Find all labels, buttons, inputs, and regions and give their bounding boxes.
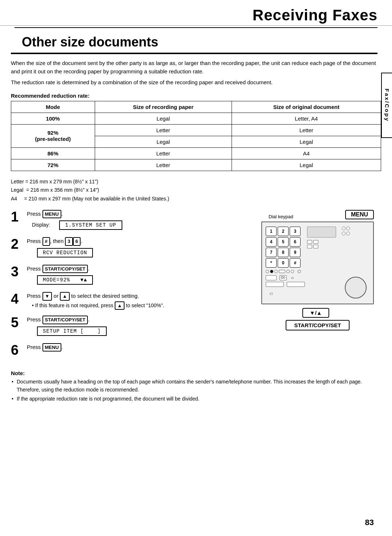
step-1-content: Press MENU. Display: 1.SYSTEM SET UP — [27, 210, 247, 232]
dot-wide — [279, 270, 285, 273]
step-2-num: 2 — [11, 237, 27, 251]
key-star[interactable]: * — [266, 258, 277, 268]
dot-filled — [270, 270, 273, 273]
step-3-display: MODE=92% ▼▲ — [37, 275, 93, 285]
key-0[interactable]: 0 — [278, 258, 289, 268]
dim-note-letter: Letter = 216 mm x 279 mm (8½" x 11") — [11, 178, 377, 186]
step-2-text: Press #, then 36. — [27, 237, 247, 246]
reduction-label: Recommended reduction rate: — [0, 90, 392, 101]
dot-row — [266, 270, 294, 273]
right-panel — [307, 227, 336, 268]
steps-left: 1 Press MENU. Display: 1.SYSTEM SET UP 2 — [11, 210, 254, 363]
table-row: 72% Letter Legal — [11, 159, 381, 171]
step-6: 6 Press MENU. — [11, 343, 247, 357]
small-btn[interactable] — [307, 240, 312, 244]
header: Receiving Faxes — [0, 0, 392, 26]
dot — [291, 270, 294, 273]
key-5[interactable]: 5 — [278, 237, 289, 247]
step-5: 5 Press START/COPY/SET. SETUP ITEM [ ] — [11, 316, 247, 337]
keypad-row1: 1 2 3 4 5 6 7 8 9 * 0 # — [266, 227, 369, 268]
menu-key-6: MENU — [42, 343, 61, 352]
key-6-btn[interactable]: 6 — [290, 237, 301, 247]
step-3-num: 3 — [11, 265, 27, 279]
start-copy-set-key-3: START/COPY/SET — [42, 265, 88, 273]
key-4[interactable]: 4 — [266, 237, 277, 247]
menu-button: MENU — [345, 210, 374, 219]
dot — [286, 270, 290, 273]
key-8[interactable]: 8 — [278, 248, 289, 257]
page-title: Receiving Faxes — [253, 7, 377, 24]
key-hash[interactable]: # — [290, 258, 301, 268]
up-key: ▲ — [60, 292, 70, 301]
device-illustration: Dial keypad MENU 1 2 3 4 5 6 — [254, 210, 381, 363]
key-3-btn[interactable]: 3 — [290, 227, 301, 236]
step-4-num: 4 — [11, 292, 27, 306]
key-2[interactable]: 2 — [278, 227, 289, 236]
note-title: Note: — [11, 370, 377, 376]
steps-section: 1 Press MENU. Display: 1.SYSTEM SET UP 2 — [0, 203, 392, 363]
key-1[interactable]: 1 — [266, 227, 277, 236]
step-4-text: Press ▼ or ▲ to select the desired setti… — [27, 292, 247, 301]
device-box: 1 2 3 4 5 6 7 8 9 * 0 # — [261, 222, 374, 304]
single-dot — [298, 270, 301, 273]
step-2: 2 Press #, then 36. RCV REDUCTION — [11, 237, 247, 259]
round-btn[interactable] — [342, 227, 346, 230]
key-7[interactable]: 7 — [266, 248, 277, 257]
nav-section: ▼/▲ — [261, 308, 370, 318]
round-btn[interactable] — [342, 232, 346, 235]
round-btn[interactable] — [346, 227, 350, 230]
step-5-content: Press START/COPY/SET. SETUP ITEM [ ] — [27, 316, 247, 337]
body-para2: The reduction rate is determined by a co… — [0, 78, 392, 87]
arrow-indicator — [279, 275, 287, 280]
device-diagram: Dial keypad MENU 1 2 3 4 5 6 — [261, 210, 374, 330]
small-btn-row1 — [307, 240, 336, 244]
dimension-notes: Letter = 216 mm x 279 mm (8½" x 11") Leg… — [0, 175, 392, 203]
round-btn[interactable] — [346, 232, 350, 235]
step-6-num: 6 — [11, 343, 27, 357]
dot — [266, 270, 269, 273]
nav-button[interactable]: ▼/▲ — [302, 308, 329, 318]
page-number: 83 — [365, 518, 374, 527]
step-1-num: 1 — [11, 210, 27, 224]
small-btn[interactable] — [313, 240, 318, 244]
device-header: Dial keypad MENU — [261, 210, 374, 219]
small-btn-row2 — [307, 245, 336, 248]
step-4: 4 Press ▼ or ▲ to select the desired set… — [11, 292, 247, 310]
key-9[interactable]: 9 — [290, 248, 301, 257]
start-copy-set-key-5: START/COPY/SET — [42, 316, 88, 324]
page: Fax/Copy Receiving Faxes Other size docu… — [0, 0, 392, 536]
ind-dot — [283, 276, 285, 279]
step-1-display: 1.SYSTEM SET UP — [59, 220, 122, 230]
fr-row1 — [342, 227, 350, 230]
bottom-btn1[interactable] — [266, 282, 284, 287]
dot — [274, 270, 278, 273]
note-item-1: Documents usually have a heading on the … — [11, 378, 377, 394]
arrow-btn-left[interactable] — [266, 275, 277, 280]
mid-row — [266, 270, 369, 273]
table-row: 86% Letter A4 — [11, 147, 381, 159]
step-1: 1 Press MENU. Display: 1.SYSTEM SET UP — [11, 210, 247, 232]
body-para1: When the size of the document sent by th… — [0, 59, 392, 76]
start-section: START/COPY/SET — [261, 320, 374, 330]
small-btn[interactable] — [313, 245, 318, 248]
bottom-btn2[interactable] — [287, 282, 305, 287]
key-3: 3 — [65, 237, 73, 246]
dial-knob[interactable] — [345, 277, 367, 299]
note-item-2: If the appropriate reduction rate is not… — [11, 395, 377, 403]
key-6: 6 — [73, 237, 81, 246]
step-4-sub: • If this feature is not required, press… — [32, 301, 247, 310]
reduction-table: Mode Size of recording paper Size of ori… — [11, 101, 381, 171]
small-btn[interactable] — [307, 245, 312, 248]
table-row: 92%(pre-selected) Letter Letter — [11, 124, 381, 136]
step-2-content: Press #, then 36. RCV REDUCTION — [27, 237, 247, 259]
col-mode: Mode — [11, 101, 95, 113]
step-3: 3 Press START/COPY/SET. MODE=92% ▼▲ — [11, 265, 247, 287]
start-copy-set-button[interactable]: START/COPY/SET — [286, 320, 350, 330]
step-2-display: RCV REDUCTION — [37, 248, 93, 257]
col-recording: Size of recording paper — [95, 101, 232, 113]
keypad-grid: 1 2 3 4 5 6 7 8 9 * 0 # — [266, 227, 301, 268]
note-section: Note: Documents usually have a heading o… — [0, 363, 392, 407]
step-3-content: Press START/COPY/SET. MODE=92% ▼▲ — [27, 265, 247, 287]
col-original: Size of original document — [232, 101, 381, 113]
step-5-display: SETUP ITEM [ ] — [37, 326, 107, 336]
